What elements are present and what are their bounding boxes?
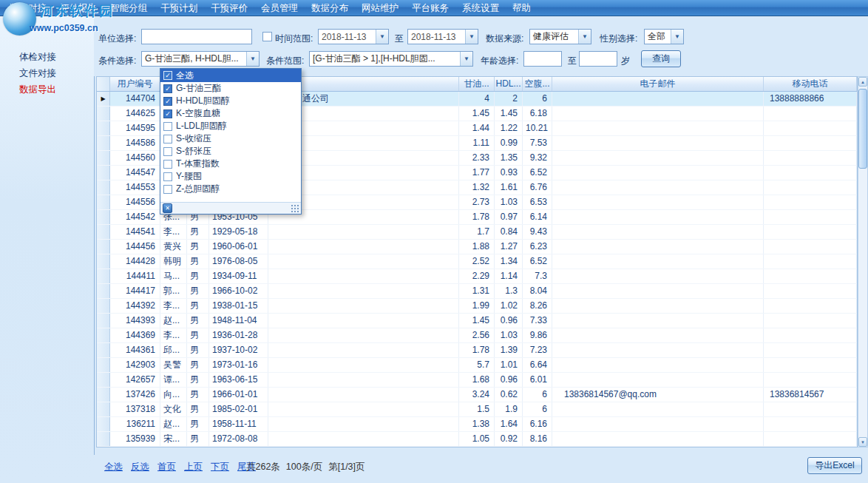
table-row[interactable]: 144411马...男1934-09-112.291.147.3 [97, 269, 857, 284]
scroll-down-icon[interactable]: ▼ [858, 437, 867, 447]
table-row[interactable]: 144361邱...男1937-10-021.781.397.23 [97, 343, 857, 358]
checkbox-icon[interactable]: ✓ [163, 97, 172, 106]
dropdown-item[interactable]: ✓G-甘油三酯 [160, 82, 301, 95]
menu-item[interactable]: 帮助 [506, 0, 538, 16]
table-row[interactable]: 142657谭...男1963-06-151.680.966.01 [97, 373, 857, 388]
checkbox-icon[interactable] [163, 160, 172, 169]
table-row[interactable]: 137426向...男1966-01-013.240.6261383681456… [97, 388, 857, 402]
vertical-scrollbar[interactable]: ▲ ▼ [858, 76, 868, 447]
cell-name: 马... [160, 269, 187, 283]
condition-select[interactable]: G-甘油三酯, H-HDL胆... ▼ [141, 51, 260, 67]
menu-item[interactable]: 平台账务 [405, 0, 455, 16]
sidebar-item[interactable]: 文件对接 [0, 65, 94, 81]
table-row[interactable]: 137318文化男1985-02-011.51.96 [97, 402, 857, 417]
header-triglyceride[interactable]: 甘油... [459, 77, 495, 91]
table-row[interactable]: 142903吴警男1973-01-165.71.016.64 [97, 358, 857, 373]
time-range-checkbox[interactable] [262, 32, 272, 41]
dropdown-item[interactable]: L-LDL胆固醇 [160, 120, 301, 132]
row-gutter [97, 432, 110, 446]
scroll-up-icon[interactable]: ▲ [858, 77, 867, 87]
cell-email [552, 151, 764, 165]
table-row[interactable]: 144428韩明男1976-08-052.521.346.52 [97, 254, 857, 269]
table-row[interactable]: 144541李...男1929-05-181.70.849.43 [97, 225, 857, 240]
dropdown-item[interactable]: T-体重指数 [160, 158, 301, 170]
age-to-joiner-label: 至 [568, 53, 577, 68]
cell-glucose: 6 [523, 92, 552, 106]
export-excel-button[interactable]: 导出Excel [807, 457, 862, 474]
checkbox-icon[interactable] [163, 147, 172, 156]
query-button[interactable]: 查询 [641, 50, 681, 67]
header-phone[interactable]: 移动电话 [764, 77, 857, 91]
menu-item[interactable]: 数据对接 [3, 0, 53, 16]
cell-glucose: 9.86 [523, 328, 552, 342]
dropdown-item[interactable]: ✓H-HDL胆固醇 [160, 95, 301, 107]
pager-link[interactable]: 首页 [157, 461, 176, 473]
header-hdl[interactable]: HDL... [495, 77, 523, 91]
chevron-down-icon[interactable]: ▼ [671, 30, 683, 44]
table-row[interactable]: 136211赵...男1958-11-111.381.646.16 [97, 417, 857, 432]
cell-glucose: 9.43 [523, 225, 552, 239]
checkbox-icon[interactable] [163, 172, 172, 181]
sidebar-item[interactable]: 数据导出 [0, 81, 94, 98]
menu-item[interactable]: 系统设置 [455, 0, 506, 16]
table-row[interactable]: 144369李...男1936-01-282.561.039.86 [97, 328, 857, 343]
checkbox-icon[interactable] [163, 135, 172, 143]
checkbox-icon[interactable]: ✓ [163, 109, 172, 118]
chevron-down-icon[interactable]: ▼ [460, 52, 472, 66]
gender-select[interactable]: 全部 ▼ [644, 29, 684, 44]
pager-link[interactable]: 下页 [211, 461, 229, 473]
resize-grip-icon[interactable] [291, 204, 299, 212]
cell-id: 144625 [110, 107, 160, 121]
menu-item[interactable]: 干预评价 [204, 0, 254, 16]
cell-phone [764, 373, 857, 387]
scrollbar-thumb[interactable] [858, 89, 867, 169]
date-from-select[interactable]: 2018-11-13 ▼ [318, 29, 389, 44]
chevron-down-icon[interactable]: ▼ [465, 30, 478, 44]
age-from-input[interactable] [523, 51, 562, 67]
table-row[interactable]: 144456黄兴男1960-06-011.881.276.23 [97, 240, 857, 254]
chevron-down-icon[interactable]: ▼ [246, 52, 259, 66]
cell-birth: 1958-11-11 [209, 417, 268, 431]
data-source-select[interactable]: 健康评估 ▼ [529, 29, 591, 44]
pager-link[interactable]: 上页 [184, 461, 203, 473]
table-row[interactable]: 144393赵...男1948-11-041.450.967.33 [97, 314, 857, 328]
dropdown-item[interactable]: Y-腰围 [160, 170, 301, 183]
chevron-down-icon[interactable]: ▼ [376, 30, 388, 44]
header-email[interactable]: 电子邮件 [552, 77, 764, 91]
menu-item[interactable]: 数据分布 [305, 0, 355, 16]
checkbox-icon[interactable] [163, 185, 172, 194]
menu-item[interactable]: 智能分组 [104, 0, 154, 16]
age-to-input[interactable] [579, 51, 617, 67]
table-row[interactable]: 144417郭...男1966-10-021.311.38.04 [97, 284, 857, 299]
cell-glucose: 7.33 [523, 314, 552, 328]
checkbox-icon[interactable] [163, 122, 172, 131]
dropdown-item[interactable]: S-收缩压 [160, 132, 301, 145]
condition-range-select[interactable]: [G-甘油三酯 > 1],[H-HDL胆固... ▼ [309, 51, 473, 67]
cell-name: 宋... [160, 432, 187, 446]
row-gutter [97, 225, 110, 239]
cell-id: 137426 [110, 388, 160, 402]
menu-item[interactable]: 干预计划 [154, 0, 204, 16]
cell-glucose: 7.53 [523, 136, 552, 150]
table-row[interactable]: 135939宋...男1972-08-081.050.928.16 [97, 432, 857, 447]
unit-input[interactable] [141, 29, 252, 44]
pager-link[interactable]: 全选 [104, 461, 123, 473]
table-row[interactable]: 144392李...男1938-01-151.991.028.26 [97, 299, 857, 314]
checkbox-icon[interactable]: ✓ [163, 84, 172, 93]
close-icon[interactable]: ✕ [163, 203, 172, 213]
cell-tg: 1.45 [459, 107, 495, 121]
chevron-down-icon[interactable]: ▼ [578, 30, 591, 44]
dropdown-item[interactable]: S-舒张压 [160, 145, 301, 158]
cell-id: 144595 [110, 121, 160, 135]
menu-item[interactable]: 网站维护 [355, 0, 405, 16]
menu-item[interactable]: 评估报告 [53, 0, 104, 16]
header-glucose[interactable]: 空腹... [523, 77, 552, 91]
menu-item[interactable]: 会员管理 [254, 0, 305, 16]
pager-link[interactable]: 反选 [131, 461, 149, 473]
dropdown-select-all[interactable]: ✓ 全选 [160, 69, 301, 82]
date-to-select[interactable]: 2018-11-13 ▼ [407, 29, 478, 44]
dropdown-item[interactable]: Z-总胆固醇 [160, 183, 301, 195]
sidebar-item[interactable]: 体检对接 [0, 49, 94, 65]
dropdown-item[interactable]: ✓K-空腹血糖 [160, 107, 301, 120]
header-user-id[interactable]: 用户编号 [110, 77, 160, 91]
